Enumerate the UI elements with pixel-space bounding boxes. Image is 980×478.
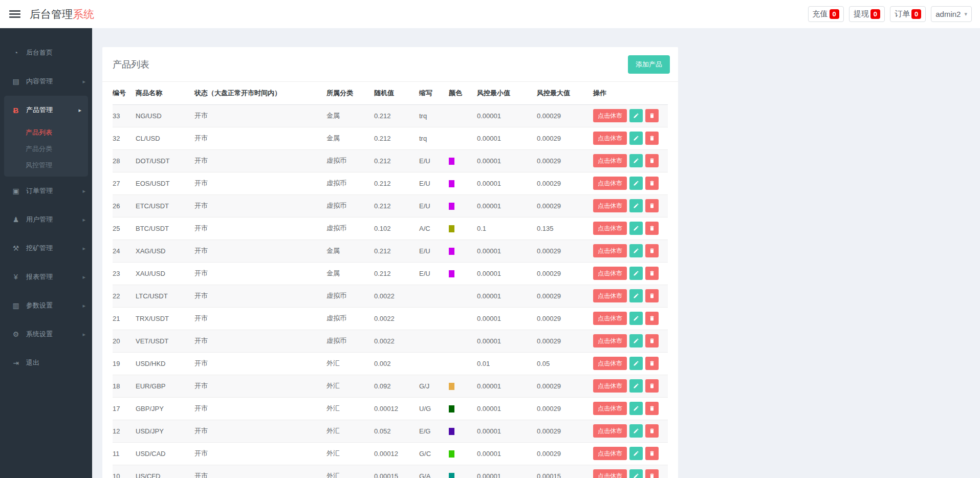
add-product-button[interactable]: 添加产品 xyxy=(628,55,670,74)
card-header: 产品列表 添加产品 xyxy=(102,47,678,82)
cell-random-value: 0.102 xyxy=(374,217,419,240)
cell-random-value: 0.212 xyxy=(374,127,419,149)
delete-button[interactable] xyxy=(645,357,659,370)
toggle-market-button[interactable]: 点击休市 xyxy=(593,357,627,370)
toggle-market-button[interactable]: 点击休市 xyxy=(593,447,627,460)
action-buttons: 点击休市 xyxy=(593,447,668,460)
edit-button[interactable] xyxy=(629,177,643,190)
delete-button[interactable] xyxy=(645,379,659,393)
trash-icon xyxy=(649,180,655,186)
delete-button[interactable] xyxy=(645,244,659,257)
toggle-market-button[interactable]: 点击休市 xyxy=(593,402,627,415)
quick-button-orders[interactable]: 订单0 xyxy=(890,6,926,22)
toggle-market-button[interactable]: 点击休市 xyxy=(593,312,627,325)
cell-abbr xyxy=(419,307,449,330)
sidebar-item-report[interactable]: ¥报表管理▸ xyxy=(0,263,92,291)
pencil-icon xyxy=(633,360,639,366)
delete-button[interactable] xyxy=(645,402,659,415)
sidebar-subitem-product-list[interactable]: 产品列表 xyxy=(4,124,88,141)
pencil-icon xyxy=(633,158,639,164)
toggle-market-button[interactable]: 点击休市 xyxy=(593,244,627,257)
delete-button[interactable] xyxy=(645,109,659,122)
sidebar-item-content[interactable]: ▤内容管理▸ xyxy=(0,67,92,96)
action-buttons: 点击休市 xyxy=(593,199,668,212)
delete-button[interactable] xyxy=(645,132,659,145)
edit-button[interactable] xyxy=(629,357,643,370)
color-swatch xyxy=(449,270,454,277)
cell-abbr xyxy=(419,330,449,352)
sidebar-item-mining[interactable]: ⚒挖矿管理▸ xyxy=(0,234,92,263)
cell-risk-max: 0.00029 xyxy=(537,262,593,285)
delete-button[interactable] xyxy=(645,154,659,167)
cell-risk-min: 0.00001 xyxy=(477,149,537,172)
sidebar-item-logout[interactable]: ⇥退出 xyxy=(0,349,92,377)
edit-button[interactable] xyxy=(629,379,643,393)
sidebar-item-order[interactable]: ▣订单管理▸ xyxy=(0,177,92,205)
action-buttons: 点击休市 xyxy=(593,312,668,325)
edit-button[interactable] xyxy=(629,244,643,257)
column-header-2: 状态（大盘正常开市时间内） xyxy=(194,82,326,104)
delete-button[interactable] xyxy=(645,289,659,302)
toggle-market-button[interactable]: 点击休市 xyxy=(593,289,627,302)
cell-color xyxy=(449,127,477,149)
quick-button-withdraw[interactable]: 提现0 xyxy=(849,6,885,22)
edit-button[interactable] xyxy=(629,132,643,145)
action-buttons: 点击休市 xyxy=(593,402,668,415)
sidebar-item-product[interactable]: Ƀ产品管理▸ xyxy=(4,96,88,124)
cell-color xyxy=(449,172,477,194)
delete-button[interactable] xyxy=(645,447,659,460)
edit-button[interactable] xyxy=(629,222,643,235)
edit-button[interactable] xyxy=(629,289,643,302)
toggle-market-button[interactable]: 点击休市 xyxy=(593,469,627,478)
edit-button[interactable] xyxy=(629,199,643,212)
edit-button[interactable] xyxy=(629,267,643,280)
quick-button-recharge[interactable]: 充值0 xyxy=(808,6,844,22)
edit-button[interactable] xyxy=(629,469,643,478)
delete-button[interactable] xyxy=(645,222,659,235)
edit-button[interactable] xyxy=(629,424,643,438)
edit-button[interactable] xyxy=(629,334,643,347)
edit-button[interactable] xyxy=(629,154,643,167)
toggle-market-button[interactable]: 点击休市 xyxy=(593,267,627,280)
sidebar-item-system[interactable]: ⚙系统设置▸ xyxy=(0,320,92,349)
delete-button[interactable] xyxy=(645,424,659,438)
delete-button[interactable] xyxy=(645,334,659,347)
toggle-market-button[interactable]: 点击休市 xyxy=(593,177,627,190)
cell-product-name: US/CFD xyxy=(136,465,194,478)
trash-icon xyxy=(649,360,655,366)
toggle-market-button[interactable]: 点击休市 xyxy=(593,109,627,122)
sidebar-subitem-product-category[interactable]: 产品分类 xyxy=(4,141,88,157)
edit-button[interactable] xyxy=(629,447,643,460)
cell-color xyxy=(449,285,477,307)
delete-button[interactable] xyxy=(645,177,659,190)
hamburger-menu-icon[interactable] xyxy=(9,10,20,18)
toggle-market-button[interactable]: 点击休市 xyxy=(593,222,627,235)
cell-category: 虚拟币 xyxy=(326,194,374,217)
edit-button[interactable] xyxy=(629,402,643,415)
toggle-market-button[interactable]: 点击休市 xyxy=(593,132,627,145)
user-menu-button[interactable]: admin2 ▾ xyxy=(931,6,972,22)
cell-id: 11 xyxy=(113,442,136,465)
toggle-market-button[interactable]: 点击休市 xyxy=(593,154,627,167)
edit-button[interactable] xyxy=(629,312,643,325)
edit-button[interactable] xyxy=(629,109,643,122)
toggle-market-button[interactable]: 点击休市 xyxy=(593,424,627,438)
action-buttons: 点击休市 xyxy=(593,109,668,122)
toggle-market-button[interactable]: 点击休市 xyxy=(593,334,627,347)
sidebar-item-user[interactable]: ♟用户管理▸ xyxy=(0,205,92,234)
toggle-market-button[interactable]: 点击休市 xyxy=(593,199,627,212)
cell-product-name: USD/HKD xyxy=(136,352,194,375)
pencil-icon xyxy=(633,135,639,141)
user-icon: ♟ xyxy=(11,215,20,224)
table-row: 20VET/USDT开市虚拟币0.00220.000010.00029点击休市 xyxy=(113,330,668,352)
sidebar-item-dashboard[interactable]: ◔后台首页 xyxy=(0,38,92,67)
delete-button[interactable] xyxy=(645,312,659,325)
sidebar-item-params[interactable]: ▥参数设置▸ xyxy=(0,291,92,320)
toggle-market-button[interactable]: 点击休市 xyxy=(593,379,627,393)
delete-button[interactable] xyxy=(645,267,659,280)
delete-button[interactable] xyxy=(645,469,659,478)
delete-button[interactable] xyxy=(645,199,659,212)
cell-category: 虚拟币 xyxy=(326,285,374,307)
sidebar-subitem-risk-control[interactable]: 风控管理 xyxy=(4,157,88,173)
trash-icon xyxy=(649,248,655,254)
